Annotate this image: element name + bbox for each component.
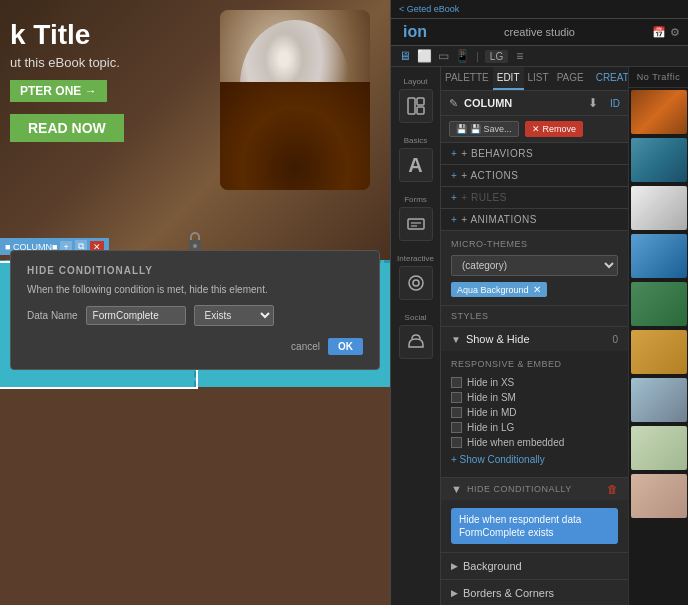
- remove-button[interactable]: ✕ Remove: [525, 121, 584, 137]
- tab-palette[interactable]: PALETTE: [441, 67, 493, 90]
- accordion-background[interactable]: ▶ Background: [441, 553, 628, 580]
- svg-rect-2: [408, 98, 415, 114]
- calendar-icon[interactable]: 📅: [652, 26, 666, 39]
- show-hide-count: 0: [612, 334, 618, 345]
- left-sidebar: Layout Basics A Forms: [391, 67, 441, 605]
- sidebar-basics-button[interactable]: A: [399, 148, 433, 182]
- sidebar-basics-label: Basics: [404, 136, 428, 145]
- rules-label: + RULES: [461, 192, 506, 203]
- modal-ok-button[interactable]: OK: [328, 338, 363, 355]
- hide-cond-arrow-icon: ▼: [451, 483, 462, 495]
- micro-themes-section: MICRO-THEMES (category) Aqua Background …: [441, 231, 628, 306]
- column-edit-icon: ✎: [449, 97, 458, 110]
- hide-lg-checkbox[interactable]: [451, 422, 462, 433]
- rules-header[interactable]: + + RULES: [441, 187, 628, 209]
- thumbnail-8[interactable]: [631, 426, 687, 470]
- book-subtitle: ut this eBook topic.: [10, 55, 124, 70]
- main-content-area: Layout Basics A Forms: [391, 67, 688, 605]
- micro-theme-tag-close[interactable]: ✕: [533, 284, 541, 295]
- accordion-borders[interactable]: ▶ Borders & Corners: [441, 580, 628, 605]
- device-separator: |: [476, 50, 479, 62]
- animations-header[interactable]: + + ANIMATIONS: [441, 209, 628, 231]
- thumbnail-1[interactable]: [631, 90, 687, 134]
- column-download-icon[interactable]: ⬇: [588, 96, 598, 110]
- device-mobile-landscape-icon[interactable]: ▭: [438, 49, 449, 63]
- modal-data-name-label: Data Name: [27, 310, 78, 321]
- micro-themes-label: MICRO-THEMES: [451, 239, 618, 249]
- hide-md-checkbox[interactable]: [451, 407, 462, 418]
- device-menu-icon[interactable]: ≡: [516, 49, 523, 63]
- modal-title: HIDE CONDITIONALLY: [27, 265, 363, 276]
- modal-condition-select[interactable]: Exists Not Exists Equals: [194, 305, 274, 326]
- hide-sm-checkbox[interactable]: [451, 392, 462, 403]
- sidebar-layout-section: Layout: [399, 77, 433, 123]
- tab-list[interactable]: LIST: [524, 67, 553, 90]
- thumbnail-7[interactable]: [631, 378, 687, 422]
- sidebar-interactive-button[interactable]: [399, 266, 433, 300]
- hide-xs-checkbox[interactable]: [451, 377, 462, 388]
- micro-theme-tag: Aqua Background ✕: [451, 282, 547, 297]
- behaviors-plus-icon: +: [451, 148, 457, 159]
- modal-footer: cancel OK: [27, 338, 363, 355]
- column-id-button[interactable]: ID: [610, 98, 620, 109]
- show-conditionally-button[interactable]: + Show Conditionally: [451, 450, 618, 469]
- svg-point-9: [413, 280, 419, 286]
- device-monitor-icon[interactable]: 🖥: [399, 49, 411, 63]
- hide-when-badge: Hide when respondent data FormComplete e…: [451, 508, 618, 544]
- hide-lg-row: Hide in LG: [451, 420, 618, 435]
- actions-label: + ACTIONS: [461, 170, 518, 181]
- device-mobile-icon[interactable]: 📱: [455, 49, 470, 63]
- sidebar-social-label: Social: [405, 313, 427, 322]
- thumbnail-5[interactable]: [631, 282, 687, 326]
- top-bar: < Geted eBook: [391, 0, 688, 19]
- thumbnail-3[interactable]: [631, 186, 687, 230]
- read-now-button[interactable]: READ NOW: [10, 114, 124, 142]
- modal-form-row: Data Name Exists Not Exists Equals: [27, 305, 363, 326]
- show-hide-content: RESPONSIVE & EMBED Hide in XS Hide in SM: [441, 351, 628, 477]
- behaviors-header[interactable]: + + BEHAVIORS: [441, 143, 628, 165]
- tab-edit[interactable]: EDIT: [493, 67, 524, 90]
- device-bar: 🖥 ⬜ ▭ 📱 | LG ≡: [391, 46, 688, 67]
- thumbnail-6[interactable]: [631, 330, 687, 374]
- show-hide-header[interactable]: ▼ Show & Hide 0: [441, 327, 628, 351]
- modal-overlay: HIDE CONDITIONALLY When the following co…: [0, 220, 390, 605]
- borders-label: Borders & Corners: [463, 587, 618, 599]
- thumbnail-4[interactable]: [631, 234, 687, 278]
- save-button[interactable]: 💾 💾 Save...: [449, 121, 519, 137]
- animations-label: + ANIMATIONS: [461, 214, 537, 225]
- thumbnail-2[interactable]: [631, 138, 687, 182]
- coffee-cup-image: [220, 10, 370, 190]
- hide-lg-label: Hide in LG: [467, 422, 514, 433]
- back-link[interactable]: < Geted eBook: [399, 4, 459, 14]
- remove-icon: ✕: [532, 124, 540, 134]
- hide-embedded-checkbox[interactable]: [451, 437, 462, 448]
- tab-page[interactable]: PAGE: [553, 67, 588, 90]
- micro-themes-select[interactable]: (category): [451, 255, 618, 276]
- panel-content: + + BEHAVIORS + + ACTIONS + + RULES: [441, 143, 628, 605]
- sidebar-forms-button[interactable]: [399, 207, 433, 241]
- modal-cancel-button[interactable]: cancel: [291, 341, 320, 352]
- animations-plus-icon: +: [451, 214, 457, 225]
- responsive-embed-label: RESPONSIVE & EMBED: [451, 359, 618, 369]
- sidebar-social-section: Social: [399, 313, 433, 359]
- hide-cond-trash-icon[interactable]: 🗑: [607, 483, 618, 495]
- settings-icon[interactable]: ⚙: [670, 26, 680, 39]
- hide-embedded-label: Hide when embedded: [467, 437, 564, 448]
- modal-data-name-input[interactable]: [86, 306, 186, 325]
- actions-header[interactable]: + + ACTIONS: [441, 165, 628, 187]
- hide-xs-label: Hide in XS: [467, 377, 514, 388]
- hide-conditionally-header: ▼ HIDE CONDITIONALLY 🗑: [441, 478, 628, 500]
- borders-arrow-icon: ▶: [451, 588, 458, 598]
- tab-creative[interactable]: CREATIVE: [588, 67, 628, 90]
- save-icon: 💾: [456, 124, 467, 134]
- styles-label: STYLES: [441, 306, 628, 327]
- thumbnail-9[interactable]: [631, 474, 687, 518]
- chapter-link[interactable]: PTER ONE →: [10, 80, 107, 102]
- hide-sm-row: Hide in SM: [451, 390, 618, 405]
- tab-bar: PALETTE EDIT LIST PAGE CREATIVE: [441, 67, 628, 91]
- sidebar-basics-section: Basics A: [399, 136, 433, 182]
- sidebar-social-button[interactable]: [399, 325, 433, 359]
- device-tablet-icon[interactable]: ⬜: [417, 49, 432, 63]
- top-bar-icons: 📅 ⚙: [652, 26, 680, 39]
- sidebar-layout-button[interactable]: [399, 89, 433, 123]
